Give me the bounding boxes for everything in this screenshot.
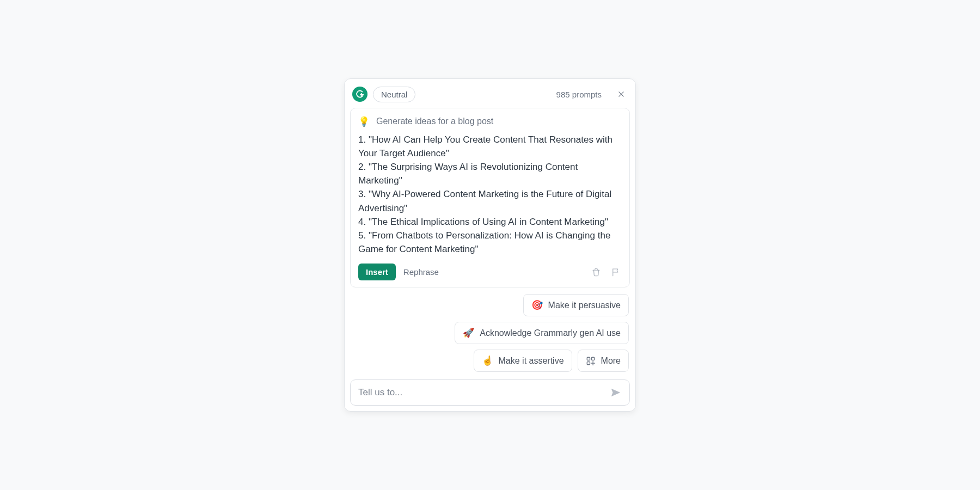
point-up-icon: ☝️ [482,355,493,366]
target-icon: 🎯 [531,299,543,311]
prompts-count: 985 prompts [556,90,602,99]
svg-rect-4 [587,362,590,364]
chip-label: More [601,356,621,366]
list-item: 3. "Why AI-Powered Content Marketing is … [358,187,622,215]
grammarly-logo-icon [352,87,367,102]
prompt-label: Generate ideas for a blog post [376,117,493,126]
send-icon[interactable] [610,387,622,399]
flag-icon[interactable] [610,266,622,278]
svg-rect-3 [591,357,594,360]
rocket-icon: 🚀 [463,327,474,339]
grid-plus-icon [586,356,596,366]
chip-more[interactable]: More [578,350,629,372]
chip-label: Make it assertive [499,356,564,366]
panel-header: Neutral 985 prompts [350,84,630,107]
rephrase-button[interactable]: Rephrase [403,267,439,277]
tone-selector[interactable]: Neutral [373,87,415,102]
prompt-row: 💡 Generate ideas for a blog post [358,116,622,127]
input-bar [350,379,630,406]
list-item: 4. "The Ethical Implications of Using AI… [358,215,622,229]
chip-make-assertive[interactable]: ☝️ Make it assertive [474,350,572,372]
chip-acknowledge-ai[interactable]: 🚀 Acknowledge Grammarly gen AI use [455,322,629,344]
grammarly-panel: Neutral 985 prompts 💡 Generate ideas for… [344,78,636,412]
trash-icon[interactable] [590,266,602,278]
content-card: 💡 Generate ideas for a blog post 1. "How… [350,108,630,287]
insert-button[interactable]: Insert [358,264,396,280]
suggestion-chips: 🎯 Make it persuasive 🚀 Acknowledge Gramm… [350,294,630,372]
list-item: 2. "The Surprising Ways AI is Revolution… [358,160,622,187]
prompt-input[interactable] [358,387,610,398]
svg-rect-2 [587,357,590,360]
ideas-list: 1. "How AI Can Help You Create Content T… [358,133,622,256]
lightbulb-icon: 💡 [358,116,370,127]
chip-make-persuasive[interactable]: 🎯 Make it persuasive [523,294,629,316]
chip-label: Acknowledge Grammarly gen AI use [480,328,621,338]
list-item: 5. "From Chatbots to Personalization: Ho… [358,229,622,256]
list-item: 1. "How AI Can Help You Create Content T… [358,133,622,160]
chip-label: Make it persuasive [548,301,621,310]
action-row: Insert Rephrase [358,264,622,280]
close-icon[interactable] [616,89,627,100]
